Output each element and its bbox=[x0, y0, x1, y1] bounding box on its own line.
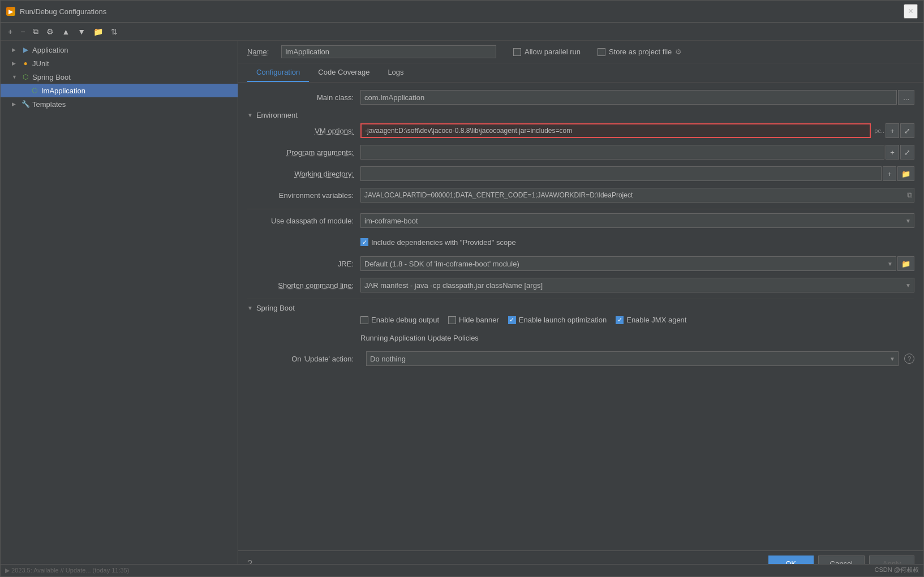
spring-boot-toggle[interactable]: ▼ bbox=[247, 305, 253, 311]
working-dir-input-group: + 📁 bbox=[360, 166, 914, 181]
working-dir-browse-button[interactable]: 📁 bbox=[897, 166, 914, 181]
tab-configuration[interactable]: Configuration bbox=[247, 63, 309, 82]
program-args-input[interactable] bbox=[360, 145, 884, 160]
working-dir-row: Working directory: + 📁 bbox=[247, 166, 914, 182]
store-section: Store as project file ⚙ bbox=[598, 48, 682, 56]
vm-options-fullscreen-button[interactable]: ⤢ bbox=[900, 123, 914, 138]
dialog-title: Run/Debug Configurations bbox=[20, 7, 106, 16]
jre-input-group: Default (1.8 - SDK of 'im-coframe-boot' … bbox=[360, 256, 914, 271]
watermark: CSDN @何叔叔 bbox=[875, 566, 919, 574]
program-args-expand-button[interactable]: + bbox=[886, 145, 899, 160]
gear-icon[interactable]: ⚙ bbox=[675, 48, 682, 56]
spring-boot-checkboxes: Enable debug output Hide banner ✓ Enable… bbox=[360, 316, 914, 324]
store-checkbox[interactable] bbox=[598, 48, 605, 56]
name-input[interactable] bbox=[281, 45, 496, 58]
update-action-label: On 'Update' action: bbox=[247, 355, 360, 363]
vm-options-input[interactable] bbox=[360, 123, 871, 138]
sort-button[interactable]: ⇅ bbox=[108, 25, 121, 38]
arrow-application: ▶ bbox=[12, 47, 19, 53]
add-config-button[interactable]: + bbox=[5, 25, 15, 38]
include-deps-checkbox-group: ✓ Include dependencies with "Provided" s… bbox=[360, 238, 516, 247]
working-dir-input[interactable] bbox=[360, 166, 882, 181]
folder-button[interactable]: 📁 bbox=[91, 25, 106, 38]
vm-options-row: VM options: pc.. + ⤢ bbox=[247, 123, 914, 139]
shorten-cmd-row: Shorten command line: JAR manifest - jav… bbox=[247, 277, 914, 293]
parallel-run-checkbox[interactable] bbox=[513, 48, 521, 56]
toolbar: + − ⧉ ⚙ ▲ ▼ 📁 ⇅ bbox=[1, 23, 923, 41]
env-vars-copy-button[interactable]: ⧉ bbox=[906, 190, 913, 201]
program-args-label: Program arguments: bbox=[247, 148, 360, 157]
update-action-row: On 'Update' action: Do nothing Update cl… bbox=[247, 351, 914, 366]
program-args-row: Program arguments: + ⤢ bbox=[247, 144, 914, 160]
sidebar-label-templates: Templates bbox=[32, 100, 66, 109]
sidebar-item-junit[interactable]: ▶ ● JUnit bbox=[1, 57, 238, 70]
name-label: Name: bbox=[247, 48, 276, 56]
remove-config-button[interactable]: − bbox=[18, 25, 28, 38]
tab-code-coverage[interactable]: Code Coverage bbox=[309, 63, 379, 82]
jre-folder-button[interactable]: 📁 bbox=[897, 256, 914, 271]
sidebar-item-imapplication[interactable]: ▶ ⬡ ImApplication bbox=[1, 84, 238, 97]
shorten-cmd-label: Shorten command line: bbox=[247, 281, 360, 290]
include-deps-row: ✓ Include dependencies with "Provided" s… bbox=[247, 234, 914, 250]
hide-banner-label: Hide banner bbox=[459, 316, 499, 324]
enable-jmx-label: Enable JMX agent bbox=[626, 316, 686, 324]
include-deps-checkbox[interactable]: ✓ bbox=[360, 238, 368, 246]
tab-logs[interactable]: Logs bbox=[379, 63, 412, 82]
jre-select[interactable]: Default (1.8 - SDK of 'im-coframe-boot' … bbox=[360, 256, 896, 271]
copy-config-button[interactable]: ⧉ bbox=[30, 25, 41, 38]
main-class-input-group: ... bbox=[360, 90, 914, 105]
parallel-run-label: Allow parallel run bbox=[525, 48, 581, 56]
env-vars-row: Environment variables: ⧉ bbox=[247, 187, 914, 203]
shorten-cmd-select[interactable]: JAR manifest - java -cp classpath.jar cl… bbox=[360, 278, 914, 292]
program-args-fullscreen-button[interactable]: ⤢ bbox=[900, 145, 914, 160]
app-icon: ▶ bbox=[6, 7, 15, 16]
sidebar-label-spring-boot: Spring Boot bbox=[32, 73, 71, 81]
include-deps-label: Include dependencies with "Provided" sco… bbox=[371, 238, 516, 247]
vm-options-expand-button[interactable]: + bbox=[886, 123, 899, 138]
environment-label: Environment bbox=[256, 111, 298, 119]
main-class-label: Main class: bbox=[247, 93, 360, 102]
icon-junit: ● bbox=[21, 59, 30, 68]
enable-debug-checkbox[interactable] bbox=[360, 316, 368, 324]
move-down-button[interactable]: ▼ bbox=[75, 25, 88, 38]
jre-row: JRE: Default (1.8 - SDK of 'im-coframe-b… bbox=[247, 256, 914, 272]
update-action-select[interactable]: Do nothing Update classes and resources … bbox=[366, 351, 899, 366]
jre-label: JRE: bbox=[247, 260, 360, 268]
working-dir-expand-button[interactable]: + bbox=[883, 166, 896, 181]
sidebar: ▶ ▶ Application ▶ ● JUnit ▼ ⬡ Spring Boo… bbox=[1, 41, 238, 576]
app-status-bar: ▶ 2023.5: Available // Update... (today … bbox=[1, 564, 923, 576]
divider-1 bbox=[247, 209, 914, 209]
sidebar-item-spring-boot[interactable]: ▼ ⬡ Spring Boot bbox=[1, 70, 238, 84]
move-up-button[interactable]: ▲ bbox=[59, 25, 72, 38]
vm-options-suffix: pc.. bbox=[874, 127, 884, 134]
enable-launch-label: Enable launch optimization bbox=[519, 316, 607, 324]
main-class-browse-button[interactable]: ... bbox=[898, 90, 914, 105]
main-content: ▶ ▶ Application ▶ ● JUnit ▼ ⬡ Spring Boo… bbox=[1, 41, 923, 576]
run-debug-dialog: ▶ Run/Debug Configurations × + − ⧉ ⚙ ▲ ▼… bbox=[0, 0, 924, 577]
hide-banner-checkbox-group: Hide banner bbox=[448, 316, 499, 324]
env-vars-input[interactable] bbox=[360, 188, 914, 203]
update-action-help-icon[interactable]: ? bbox=[904, 354, 914, 364]
classpath-select[interactable]: im-coframe-boot bbox=[360, 213, 914, 228]
hide-banner-checkbox[interactable] bbox=[448, 316, 456, 324]
sidebar-item-templates[interactable]: ▶ 🔧 Templates bbox=[1, 97, 238, 111]
enable-jmx-checkbox[interactable]: ✓ bbox=[616, 316, 624, 324]
enable-launch-checkbox-group: ✓ Enable launch optimization bbox=[508, 316, 607, 324]
working-dir-label: Working directory: bbox=[247, 170, 360, 178]
env-vars-label: Environment variables: bbox=[247, 191, 360, 200]
title-bar-left: ▶ Run/Debug Configurations bbox=[6, 7, 106, 16]
program-args-input-group: + ⤢ bbox=[360, 145, 914, 160]
icon-templates: 🔧 bbox=[21, 100, 30, 109]
main-class-input[interactable] bbox=[360, 90, 897, 105]
settings-button[interactable]: ⚙ bbox=[44, 25, 57, 38]
main-class-row: Main class: ... bbox=[247, 89, 914, 105]
icon-spring-boot: ⬡ bbox=[21, 72, 30, 81]
divider-2 bbox=[247, 299, 914, 299]
name-row: Name: Allow parallel run Store as projec… bbox=[238, 41, 923, 63]
arrow-junit: ▶ bbox=[12, 61, 19, 66]
sidebar-item-application[interactable]: ▶ ▶ Application bbox=[1, 43, 238, 57]
env-vars-input-wrapper: ⧉ bbox=[360, 188, 914, 203]
close-button[interactable]: × bbox=[904, 4, 918, 19]
enable-launch-checkbox[interactable]: ✓ bbox=[508, 316, 516, 324]
environment-toggle[interactable]: ▼ bbox=[247, 112, 253, 118]
